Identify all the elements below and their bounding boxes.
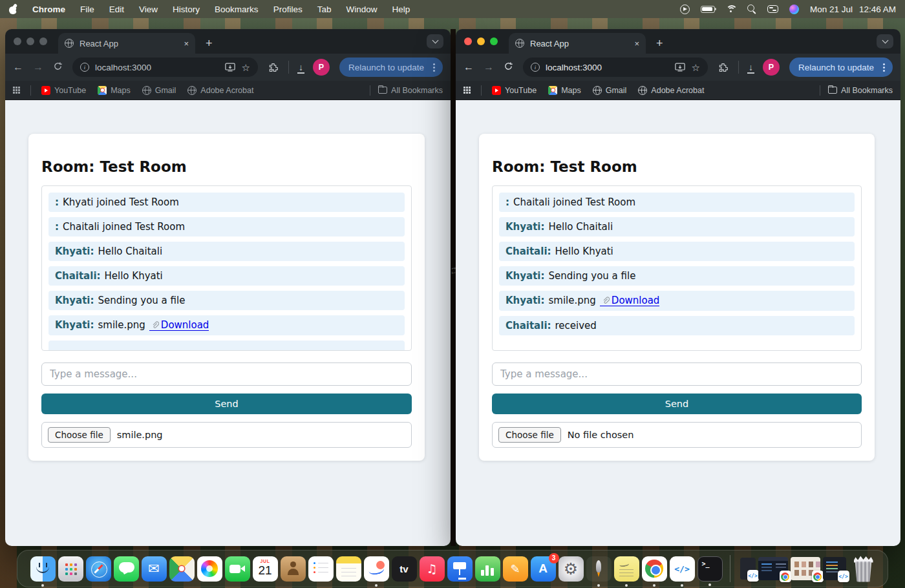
- reload-button[interactable]: [504, 61, 513, 73]
- tv-dock-icon[interactable]: tv: [392, 556, 417, 582]
- bookmark-item[interactable]: Adobe Acrobat: [187, 86, 253, 95]
- reload-button[interactable]: [53, 61, 63, 73]
- browser-tab[interactable]: React App ×: [509, 33, 646, 54]
- browser-tab[interactable]: React App ×: [58, 33, 195, 54]
- terminal-dock-icon[interactable]: [697, 556, 723, 582]
- message-input[interactable]: [41, 362, 412, 386]
- url-text[interactable]: localhost:3000: [546, 63, 669, 72]
- relaunch-to-update-button[interactable]: Relaunch to update: [789, 58, 893, 77]
- site-info-icon[interactable]: i: [80, 63, 89, 72]
- control-center-icon[interactable]: [767, 5, 778, 13]
- back-button[interactable]: ←: [13, 62, 23, 72]
- mail-dock-icon[interactable]: [142, 556, 167, 582]
- choose-file-button[interactable]: Choose file: [498, 427, 561, 443]
- minimize-window-button[interactable]: [477, 37, 485, 45]
- rocket-dock-icon[interactable]: [586, 556, 612, 582]
- site-info-icon[interactable]: i: [531, 63, 540, 72]
- calendar-dock-icon[interactable]: JUL21: [253, 556, 278, 582]
- photos-dock-icon[interactable]: [197, 556, 222, 582]
- music-dock-icon[interactable]: [420, 556, 445, 582]
- send-button[interactable]: Send: [492, 394, 862, 414]
- menu-item[interactable]: View: [139, 5, 158, 14]
- finder-dock-icon[interactable]: [30, 556, 56, 582]
- battery-icon[interactable]: [701, 6, 715, 13]
- numbers-dock-icon[interactable]: [475, 556, 500, 582]
- address-bar[interactable]: i localhost:3000 ☆: [523, 58, 708, 77]
- forward-button[interactable]: →: [33, 62, 43, 72]
- close-window-button[interactable]: [464, 37, 472, 45]
- extensions-icon[interactable]: [718, 62, 729, 73]
- bookmark-item[interactable]: Gmail: [593, 86, 627, 95]
- tab-search-button[interactable]: [877, 34, 893, 48]
- new-tab-button[interactable]: +: [206, 37, 213, 49]
- menu-item[interactable]: Edit: [109, 5, 124, 14]
- new-tab-button[interactable]: +: [656, 37, 663, 49]
- bookmark-item[interactable]: YouTube: [41, 86, 86, 95]
- relaunch-to-update-button[interactable]: Relaunch to update: [339, 58, 443, 77]
- extensions-icon[interactable]: [268, 62, 279, 73]
- bookmark-item[interactable]: Maps: [98, 86, 131, 95]
- freeform-dock-icon[interactable]: [364, 556, 389, 582]
- minimize-window-button[interactable]: [27, 37, 34, 45]
- tab-close-icon[interactable]: ×: [184, 39, 189, 48]
- profile-avatar[interactable]: P: [763, 59, 780, 76]
- menu-item[interactable]: File: [80, 5, 94, 14]
- trash-icon[interactable]: [852, 556, 875, 582]
- appstore-dock-icon[interactable]: 3: [531, 556, 556, 582]
- bookmark-star-icon[interactable]: ☆: [241, 63, 250, 72]
- profile-avatar[interactable]: P: [313, 59, 330, 76]
- maps-dock-icon[interactable]: [169, 556, 195, 582]
- contacts-dock-icon[interactable]: [281, 556, 306, 582]
- bookmark-item[interactable]: Adobe Acrobat: [638, 86, 704, 95]
- browser-menu-kebab-icon[interactable]: [433, 67, 435, 68]
- menu-item[interactable]: Help: [392, 5, 410, 14]
- bookmark-item[interactable]: YouTube: [492, 86, 537, 95]
- reminders-dock-icon[interactable]: [308, 556, 334, 582]
- apps-grid-icon[interactable]: [463, 87, 471, 94]
- notes-dock-icon[interactable]: [336, 556, 361, 582]
- install-app-icon[interactable]: [675, 63, 685, 72]
- menu-item[interactable]: Profiles: [273, 5, 303, 14]
- all-bookmarks-button[interactable]: All Bookmarks: [828, 86, 893, 95]
- spotlight-search-icon[interactable]: [747, 5, 756, 14]
- menu-item[interactable]: Bookmarks: [215, 5, 259, 14]
- downloads-icon[interactable]: ↓: [299, 63, 303, 72]
- menu-item[interactable]: Window: [346, 5, 377, 14]
- launchpad-dock-icon[interactable]: [58, 556, 83, 582]
- back-button[interactable]: ←: [463, 62, 474, 72]
- menu-clock[interactable]: Mon 21 Jul 12:46 AM: [810, 5, 896, 14]
- vscode-dock-icon[interactable]: </>: [670, 556, 695, 582]
- bookmark-item[interactable]: Gmail: [142, 86, 176, 95]
- menu-item[interactable]: Tab: [317, 5, 332, 14]
- settings-dock-icon[interactable]: [559, 556, 584, 582]
- messages-dock-icon[interactable]: [114, 556, 139, 582]
- safari-dock-icon[interactable]: [86, 556, 111, 582]
- all-bookmarks-button[interactable]: All Bookmarks: [378, 86, 443, 95]
- keynote-dock-icon[interactable]: [447, 556, 473, 582]
- download-link[interactable]: Download: [600, 295, 660, 306]
- apps-grid-icon[interactable]: [13, 87, 20, 94]
- install-app-icon[interactable]: [225, 63, 235, 72]
- chrome-dock-icon[interactable]: [642, 556, 667, 582]
- bookmark-star-icon[interactable]: ☆: [691, 63, 699, 72]
- photos-dock-thumbnail[interactable]: [791, 557, 820, 580]
- tab-search-button[interactable]: [427, 34, 443, 48]
- code-dock-thumbnail[interactable]: </>: [823, 557, 846, 580]
- url-text[interactable]: localhost:3000: [95, 63, 219, 72]
- forward-button[interactable]: →: [484, 62, 494, 72]
- zoom-window-button[interactable]: [39, 37, 47, 45]
- message-list[interactable]: :Khyati joined Test Room:Chaitali joined…: [41, 185, 412, 351]
- siri-icon[interactable]: [789, 5, 799, 14]
- address-bar[interactable]: i localhost:3000 ☆: [72, 58, 258, 77]
- download-link[interactable]: Download: [149, 320, 209, 331]
- send-button[interactable]: Send: [41, 394, 412, 414]
- wifi-icon[interactable]: [726, 5, 736, 14]
- browser-menu-kebab-icon[interactable]: [883, 67, 885, 68]
- message-input[interactable]: [492, 362, 862, 386]
- tab-close-icon[interactable]: ×: [634, 39, 639, 48]
- choose-file-button[interactable]: Choose file: [48, 427, 111, 443]
- downloads-icon[interactable]: ↓: [749, 63, 753, 72]
- facetime-dock-icon[interactable]: [225, 556, 250, 582]
- zoom-window-button[interactable]: [490, 37, 498, 45]
- message-list[interactable]: :Chaitali joined Test RoomKhyati:Hello C…: [492, 185, 862, 351]
